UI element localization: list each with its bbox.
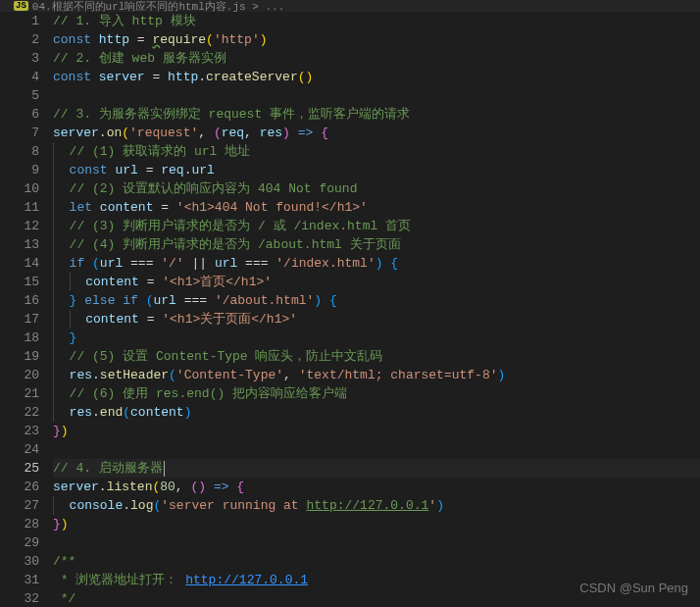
line-number: 12: [0, 217, 39, 235]
code-line[interactable]: [53, 440, 700, 459]
code-line[interactable]: // 2. 创建 web 服务器实例: [53, 49, 700, 68]
token: .: [92, 405, 100, 420]
code-line[interactable]: server.on('request', (req, res) => {: [53, 124, 700, 142]
token: ): [375, 256, 383, 271]
code-line[interactable]: const url = req.url: [53, 161, 700, 179]
token: ): [314, 293, 322, 308]
code-line[interactable]: // (2) 设置默认的响应内容为 404 Not found: [53, 179, 700, 198]
line-number: 19: [0, 347, 39, 366]
code-line[interactable]: content = '<h1>首页</h1>': [53, 273, 700, 291]
line-number: 16: [0, 291, 39, 310]
token: server: [53, 480, 99, 494]
token: (: [169, 368, 176, 382]
line-number: 25: [0, 459, 39, 478]
token: }: [53, 424, 61, 438]
code-line[interactable]: content = '<h1>关于页面</h1>': [53, 310, 700, 329]
line-number: 3: [0, 49, 39, 68]
line-number: 11: [0, 198, 39, 217]
token: ,: [198, 126, 214, 140]
cursor: [164, 461, 165, 477]
code-line[interactable]: res.setHeader('Content-Type', 'text/html…: [53, 366, 700, 384]
line-number: 6: [0, 105, 39, 124]
code-line[interactable]: // 1. 导入 http 模块: [53, 12, 700, 30]
code-line[interactable]: // (1) 获取请求的 url 地址: [53, 142, 700, 161]
file-tab[interactable]: JS 04.根据不同的url响应不同的html内容.js > ...: [8, 0, 290, 12]
token: =: [129, 32, 152, 47]
code-line[interactable]: console.log('server running at http://12…: [53, 496, 700, 515]
token: server: [53, 126, 99, 140]
token: let: [70, 200, 100, 215]
token: [322, 293, 329, 308]
code-line[interactable]: }): [53, 515, 700, 533]
code-line[interactable]: res.end(content): [53, 403, 700, 422]
code-line[interactable]: const http = require('http'): [53, 30, 700, 49]
token: content: [85, 275, 139, 289]
token: '/index.html': [275, 256, 375, 271]
tab-title: 04.根据不同的url响应不同的html内容.js > ...: [32, 0, 284, 12]
code-line[interactable]: // (4) 判断用户请求的是否为 /about.html 关于页面: [53, 235, 700, 254]
code-line[interactable]: }): [53, 422, 700, 440]
token: =>: [298, 126, 314, 140]
token: server: [99, 70, 145, 84]
token: (: [214, 126, 222, 140]
token: ): [198, 480, 206, 494]
token: =: [139, 275, 162, 289]
token: http: [168, 70, 198, 84]
line-number: 4: [0, 68, 39, 86]
line-number: 29: [0, 533, 39, 552]
token: ,: [244, 126, 260, 140]
code-editor[interactable]: 1234567891011121314151617181920212223242…: [0, 12, 700, 607]
code-line[interactable]: }: [53, 329, 700, 347]
token: ===: [123, 256, 161, 271]
token: ': [428, 498, 436, 513]
token: {: [236, 480, 244, 494]
code-line[interactable]: // (6) 使用 res.end() 把内容响应给客户端: [53, 384, 700, 403]
code-line[interactable]: /**: [53, 552, 700, 571]
token: .: [99, 126, 107, 140]
line-number: 32: [0, 589, 39, 607]
token: listen: [107, 480, 153, 494]
code-area[interactable]: // 1. 导入 http 模块const http = require('ht…: [53, 12, 700, 607]
token: const: [53, 32, 99, 47]
line-number: 2: [0, 30, 39, 49]
token: =>: [214, 480, 229, 494]
token: req: [222, 126, 244, 140]
code-line[interactable]: let content = '<h1>404 Not found!</h1>': [53, 198, 700, 217]
token: ): [498, 368, 506, 382]
token: createServer: [206, 70, 298, 84]
tab-bar: JS 04.根据不同的url响应不同的html内容.js > ...: [0, 0, 700, 12]
token: console: [70, 498, 124, 513]
code-line[interactable]: if (url === '/' || url === '/index.html'…: [53, 254, 700, 273]
code-line[interactable]: server.listen(80, () => {: [53, 478, 700, 496]
token: {: [321, 126, 328, 140]
token: ,: [283, 368, 299, 382]
token: url: [153, 293, 175, 308]
code-line[interactable]: // (3) 判断用户请求的是否为 / 或 /index.html 首页: [53, 217, 700, 235]
code-line[interactable]: // (5) 设置 Content-Type 响应头，防止中文乱码: [53, 347, 700, 366]
token: // 1. 导入 http 模块: [53, 14, 196, 28]
token: (: [92, 256, 100, 271]
token: // (6) 使用 res.end() 把内容响应给客户端: [70, 386, 347, 401]
code-line[interactable]: [53, 533, 700, 552]
code-line[interactable]: const server = http.createServer(): [53, 68, 700, 86]
code-line[interactable]: // 3. 为服务器实例绑定 request 事件，监听客户端的请求: [53, 105, 700, 124]
line-number: 9: [0, 161, 39, 179]
line-number: 15: [0, 273, 39, 291]
code-line[interactable]: // 4. 启动服务器: [53, 459, 700, 478]
token: const: [53, 70, 99, 84]
line-number: 7: [0, 124, 39, 142]
token: res: [260, 126, 282, 140]
code-line[interactable]: } else if (url === '/about.html') {: [53, 291, 700, 310]
token: content: [85, 312, 139, 327]
token: 'http': [214, 32, 260, 47]
line-number: 17: [0, 310, 39, 329]
token: if: [70, 256, 92, 271]
token: // 3. 为服务器实例绑定 request 事件，监听客户端的请求: [53, 107, 410, 122]
line-number: 18: [0, 329, 39, 347]
token: else if: [84, 293, 145, 308]
token: 80: [160, 480, 175, 494]
token: // (5) 设置 Content-Type 响应头，防止中文乱码: [70, 349, 383, 364]
token: /**: [53, 554, 75, 569]
code-line[interactable]: [53, 86, 700, 105]
token: * 浏览器地址打开：: [53, 573, 185, 587]
